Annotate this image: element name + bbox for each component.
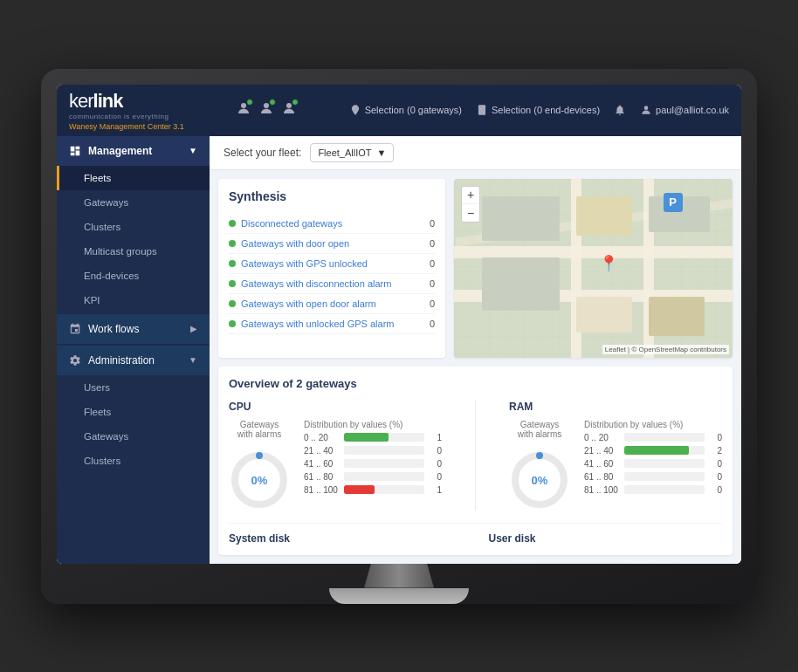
status-dot-5 (229, 320, 236, 327)
sidebar-item-multicast[interactable]: Multicast groups (57, 239, 210, 264)
cpu-gateways-label: Gateways with alarms (233, 420, 285, 439)
sidebar-administration-section[interactable]: Administration ▼ (57, 346, 210, 375)
sidebar-item-admin-clusters[interactable]: Clusters (57, 449, 210, 473)
cpu-dist-row-3: 61 .. 80 0 (304, 472, 442, 482)
cpu-title: CPU (229, 401, 442, 413)
synthesis-label-2: Gateways with GPS unlocked (241, 258, 368, 269)
zoom-in-button[interactable]: + (462, 187, 479, 204)
synthesis-label-5: Gateways with unlocked GPS alarm (241, 319, 394, 329)
synthesis-count-0: 0 (430, 218, 435, 229)
disk-row: System disk User disk (229, 523, 722, 545)
sidebar-item-gateways[interactable]: Gateways (57, 190, 210, 215)
synthesis-label-0: Disconnected gateways (241, 218, 342, 229)
ram-dist-row-0: 0 .. 20 0 (584, 433, 722, 442)
status-dot-4 (229, 300, 236, 307)
user-disk-label: User disk (489, 532, 723, 545)
cpu-dist-row-2: 41 .. 60 0 (304, 459, 442, 469)
ram-donut: 0% (509, 449, 570, 511)
synthesis-row-0: Disconnected gateways 0 (229, 214, 435, 234)
logo-area: kerlink communication is everything Wane… (69, 90, 184, 131)
synthesis-row-4: Gateways with open door alarm 0 (229, 294, 435, 314)
content-area: Select your fleet: Fleet_AllIOT ▼ Synthe… (210, 136, 741, 564)
synthesis-label-3: Gateways with disconnection alarm (241, 278, 391, 289)
badge-green1 (246, 99, 253, 106)
fleet-bar: Select your fleet: Fleet_AllIOT ▼ (210, 136, 741, 170)
map-block6 (649, 297, 705, 336)
sidebar-item-admin-gateways[interactable]: Gateways (57, 424, 210, 449)
cpu-block: CPU Gateways with alarms (229, 401, 442, 511)
chevron-down2-icon: ▼ (189, 355, 197, 365)
cpu-dist-row-1: 21 .. 40 0 (304, 446, 442, 456)
chevron-right-icon: ▶ (190, 324, 197, 333)
sidebar-item-enddevices[interactable]: End-devices (57, 264, 210, 288)
synthesis-label-4: Gateways with open door alarm (241, 298, 376, 309)
sidebar-item-kpi[interactable]: KPI (57, 288, 210, 312)
sidebar-item-admin-fleets[interactable]: Fleets (57, 400, 210, 424)
fleet-select[interactable]: Fleet_AllIOT ▼ (310, 143, 394, 162)
user-email[interactable]: paul@alliot.co.uk (640, 104, 729, 116)
map-attribution: Leaflet | © OpenStreetMap contributors (602, 345, 729, 354)
ram-dist-row-4: 81 .. 100 0 (584, 485, 722, 495)
logo-tagline: communication is everything (69, 113, 184, 120)
bell-icon[interactable] (614, 104, 626, 116)
top-bar: kerlink communication is everything Wane… (57, 85, 741, 136)
status-dot-0 (229, 220, 236, 227)
synthesis-count-4: 0 (430, 298, 435, 309)
sidebar-workflows-section[interactable]: Work flows ▶ (57, 314, 210, 344)
synthesis-title: Synthesis (229, 189, 435, 203)
sidebar-management-section[interactable]: Management ▼ (57, 136, 210, 166)
synthesis-count-5: 0 (430, 319, 435, 329)
sidebar: Management ▼ Fleets Gateways Clusters Mu… (57, 136, 210, 564)
map-block1 (482, 196, 560, 241)
main-layout: Management ▼ Fleets Gateways Clusters Mu… (57, 136, 741, 564)
cpu-dist-row-4: 81 .. 100 1 (304, 485, 442, 495)
map-zoom-controls: + − (461, 186, 480, 223)
synthesis-row-2: Gateways with GPS unlocked 0 (229, 254, 435, 274)
overview-panel: Overview of 2 gateways CPU Gateways with… (218, 367, 733, 555)
badge-green2 (269, 99, 276, 106)
cpu-dist-header: Distribution by values (%) (304, 420, 442, 429)
top-right: Selection (0 gateways) Selection (0 end-… (349, 104, 729, 116)
ram-dist-header: Distribution by values (%) (584, 420, 722, 429)
screen: kerlink communication is everything Wane… (57, 85, 741, 564)
ram-dist-row-1: 21 .. 40 2 (584, 446, 722, 456)
svg-point-4 (644, 106, 649, 110)
sidebar-item-fleets[interactable]: Fleets (57, 166, 210, 190)
user-email-label: paul@alliot.co.uk (656, 105, 729, 115)
cpu-donut: 0% (229, 449, 290, 511)
sidebar-item-users[interactable]: Users (57, 375, 210, 400)
ram-dist-row-3: 61 .. 80 0 (584, 472, 722, 482)
selection-enddevices-label: Selection (0 end-devices) (492, 105, 600, 115)
selection-enddevices[interactable]: Selection (0 end-devices) (476, 104, 600, 116)
management-label: Management (69, 145, 152, 157)
workflows-label: Work flows (69, 323, 139, 335)
synthesis-row-5: Gateways with unlocked GPS alarm 0 (229, 314, 435, 334)
map-background: P 📍 (454, 179, 733, 358)
map-marker: 📍 (599, 254, 618, 273)
map-block2 (576, 196, 632, 236)
ram-title: RAM (509, 401, 722, 413)
icon-user3[interactable] (281, 100, 297, 120)
map-panel[interactable]: P 📍 + − Leaflet | © OpenStreetMap contri… (454, 179, 733, 358)
ram-dist-row-2: 41 .. 60 0 (584, 459, 722, 469)
synthesis-panel: Synthesis Disconnected gateways 0 G (218, 179, 445, 358)
cpu-dist-row-0: 0 .. 20 1 (304, 433, 442, 442)
icon-user1[interactable] (236, 100, 251, 120)
svg-point-1 (264, 103, 269, 108)
status-dot-3 (229, 280, 236, 287)
icon-user2[interactable] (258, 100, 274, 120)
parking-sign: P (664, 193, 683, 212)
stand-neck (364, 564, 434, 588)
zoom-out-button[interactable]: − (462, 204, 479, 222)
badge-green3 (292, 99, 299, 106)
monitor-stand (57, 564, 741, 604)
metrics-row: CPU Gateways with alarms (229, 401, 722, 511)
monitor: kerlink communication is everything Wane… (41, 69, 757, 604)
ram-inner: Gateways with alarms 0% (509, 420, 722, 511)
ram-distribution: Distribution by values (%) 0 .. 20 0 21 … (584, 420, 722, 498)
selection-gateways[interactable]: Selection (0 gateways) (349, 104, 462, 116)
metrics-divider (475, 401, 476, 511)
cpu-donut-value: 0% (251, 473, 268, 486)
sidebar-item-clusters[interactable]: Clusters (57, 215, 210, 239)
top-panels: Synthesis Disconnected gateways 0 G (210, 170, 741, 367)
